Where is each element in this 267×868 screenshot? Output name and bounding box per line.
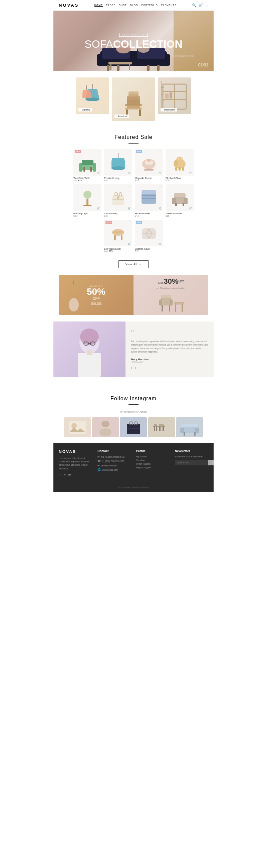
footer-contact-web[interactable]: 🌐 www.novas.com <box>97 468 131 471</box>
promo-section: SALE UP 50% OFF Shop Now Get 30%Off on E… <box>54 275 213 321</box>
wishlist-icon-0[interactable]: ♡ <box>98 150 100 153</box>
footer-link-support[interactable]: Help & Support <box>136 466 170 469</box>
product-img-1[interactable]: ♡ 🛒 <box>104 149 132 176</box>
product-card-2: NEW ♡ 🛒 Magnolia Droom $38 <box>135 149 163 182</box>
svg-rect-40 <box>90 167 92 172</box>
svg-rect-124 <box>156 426 157 431</box>
product-price-7: $55 <box>166 215 194 217</box>
wishlist-icon-1[interactable]: ♡ <box>129 150 131 153</box>
cart-icon-5[interactable]: 🛒 <box>128 207 131 210</box>
menu-icon[interactable]: ☰ <box>205 3 208 7</box>
product-img-2[interactable]: NEW ♡ 🛒 <box>135 149 163 176</box>
footer-contact-email[interactable]: ✉ [email protected] <box>97 464 131 467</box>
nav-portfolio[interactable]: PORTFOLIO <box>141 4 158 7</box>
nav-shop[interactable]: SHOP <box>119 4 127 7</box>
product-price-8: $40 $25 <box>104 250 132 252</box>
svg-rect-10 <box>157 65 160 71</box>
section-divider-2 <box>129 404 138 405</box>
cart-icon-9[interactable]: 🛒 <box>159 242 162 245</box>
nav-elements[interactable]: ELEMENTS <box>161 4 176 7</box>
next-arrow[interactable]: › <box>135 366 136 370</box>
wishlist-icon-9[interactable]: ♡ <box>159 221 162 224</box>
cart-icon-0[interactable]: 🛒 <box>97 172 100 174</box>
wishlist-icon-3[interactable]: ♡ <box>190 150 192 153</box>
social-google[interactable]: g+ <box>68 473 71 476</box>
category-lighting[interactable]: - Lighting <box>76 78 109 114</box>
svg-rect-32 <box>170 92 172 98</box>
wishlist-icon-4[interactable]: ♡ <box>98 186 100 189</box>
product-img-8[interactable]: SALE ♡ 🛒 <box>104 220 132 246</box>
svg-rect-11 <box>108 62 132 64</box>
product-img-7[interactable]: ♡ 🛒 <box>166 184 194 211</box>
footer-contact-address: ✉ No 40 Boris Street (512) <box>97 455 131 458</box>
product-img-5[interactable]: ♡ 🛒 <box>104 184 132 211</box>
insta-img-3[interactable] <box>120 417 147 437</box>
wishlist-icon-7[interactable]: ♡ <box>190 186 192 189</box>
svg-rect-55 <box>182 167 184 170</box>
newsletter-input-field[interactable] <box>175 460 208 465</box>
newsletter-form: → <box>175 460 208 465</box>
svg-rect-123 <box>154 426 155 431</box>
svg-point-56 <box>177 158 179 160</box>
cart-icon[interactable]: 🛒 <box>199 3 203 7</box>
hero-badge: BEST SELLERS <box>119 33 148 37</box>
promo-right[interactable]: Get 30%Off on Elisa Armchair collection <box>133 275 208 315</box>
nav-pages[interactable]: PAGES <box>106 4 116 7</box>
cart-icon-1[interactable]: 🛒 <box>128 172 131 174</box>
product-price-0: $38 $22 <box>73 179 101 182</box>
wishlist-icon-2[interactable]: ♡ <box>159 150 162 153</box>
footer-link-account[interactable]: My Account <box>136 455 170 458</box>
view-all-button[interactable]: View All → <box>119 260 148 268</box>
social-twitter[interactable]: t <box>61 473 62 476</box>
cart-icon-8[interactable]: 🛒 <box>128 242 131 245</box>
product-img-9[interactable]: NEW ♡ 🛒 <box>135 220 163 246</box>
category-furniture[interactable]: - Furniture <box>112 78 155 121</box>
product-badge-new-9: NEW <box>136 221 142 224</box>
product-img-4[interactable]: ♡ 🛒 <box>73 184 101 211</box>
instagram-handle[interactable]: @NovasInteriorDesign <box>59 410 208 413</box>
product-img-6[interactable]: ♡ 🛒 <box>135 184 163 211</box>
svg-point-49 <box>147 159 150 162</box>
wishlist-icon-8[interactable]: ♡ <box>129 221 131 224</box>
promo-left[interactable]: SALE UP 50% OFF Shop Now <box>59 275 133 315</box>
svg-rect-119 <box>159 426 161 431</box>
svg-rect-86 <box>71 298 76 308</box>
footer-contact-phone[interactable]: ☎ +1 (786) 500-255-1500 <box>97 460 131 463</box>
nav-blog[interactable]: BLOG <box>130 4 138 7</box>
address-icon: ✉ <box>97 455 100 458</box>
categories-section: - Lighting - Furniture <box>54 71 213 127</box>
nav-logo[interactable]: NOVAS <box>59 3 79 8</box>
footer-copyright: © 2018 Novas. Get This Template <box>54 483 213 492</box>
product-img-0[interactable]: SALE ♡ 🛒 <box>73 149 101 176</box>
nav-home[interactable]: HOME <box>95 4 103 7</box>
footer-link-tracking[interactable]: Order Tracking <box>136 463 170 465</box>
wishlist-icon-5[interactable]: ♡ <box>129 186 131 189</box>
email-icon: ✉ <box>97 464 100 467</box>
product-name-6: Hooka Blanket <box>135 212 163 215</box>
footer: NOVAS Lorem ipsum dolor sit amet, consec… <box>54 443 213 483</box>
svg-rect-122 <box>154 424 157 427</box>
prev-arrow[interactable]: ‹ <box>131 366 132 370</box>
wishlist-icon-6[interactable]: ♡ <box>159 186 162 189</box>
category-decoration[interactable]: - Decoration <box>158 78 191 114</box>
insta-img-5[interactable] <box>176 417 203 437</box>
social-linkedin[interactable]: in <box>64 473 66 476</box>
insta-img-2[interactable] <box>92 417 119 437</box>
cart-icon-2[interactable]: 🛒 <box>159 172 162 174</box>
footer-link-checkout[interactable]: Checkout <box>136 459 170 461</box>
cart-icon-4[interactable]: 🛒 <box>97 207 100 210</box>
search-icon[interactable]: 🔍 <box>192 3 196 7</box>
product-img-3[interactable]: ♡ 🛒 <box>166 149 194 176</box>
svg-point-80 <box>112 231 124 234</box>
cart-icon-3[interactable]: 🛒 <box>189 172 192 174</box>
cart-icon-7[interactable]: 🛒 <box>189 207 192 210</box>
cart-icon-6[interactable]: 🛒 <box>159 207 162 210</box>
promo-shop[interactable]: Shop Now <box>91 302 101 305</box>
newsletter-submit[interactable]: → <box>208 460 213 465</box>
social-facebook[interactable]: f <box>59 473 59 476</box>
product-name-4: Planting Light <box>73 212 101 215</box>
insta-img-4[interactable] <box>148 417 175 437</box>
insta-img-1[interactable] <box>64 417 91 437</box>
instagram-section: Follow Instagram @NovasInteriorDesign <box>54 383 213 443</box>
product-price-1: $45 <box>104 179 132 182</box>
